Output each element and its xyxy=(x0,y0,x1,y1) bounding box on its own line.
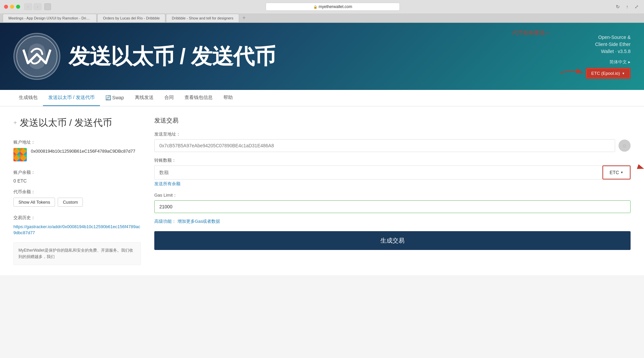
left-panel: + 发送以太币 / 发送代币 账户地址： 0x0008194b10c12590B… xyxy=(13,116,141,265)
close-window-button[interactable] xyxy=(4,5,8,9)
logo-circle xyxy=(13,33,60,80)
account-address-section: 账户地址： 0x0008194b10c12590B61eC156F4789aC9… xyxy=(13,139,141,161)
gas-limit-input[interactable] xyxy=(154,200,631,213)
browser-tabs: Meetings - App Design UX/UI by Ramotion … xyxy=(0,13,644,22)
header-right: Open-Source & Client-Side Ether Wallet ·… xyxy=(586,34,631,79)
address-bar-wrapper: 🔒 myetherwallet.com xyxy=(54,3,612,11)
to-address-input-row: ○ xyxy=(154,139,631,152)
token-balance-label: 代币余额： xyxy=(13,189,141,195)
amount-label: 转账数额： xyxy=(154,157,631,163)
account-balance-value: 0 ETC xyxy=(13,178,141,184)
browser-chrome: ‹ › 🔒 myetherwallet.com ↻ ↑ ⤢ Meetings -… xyxy=(0,0,644,23)
url-text: myetherwallet.com xyxy=(319,4,352,9)
currency-dropdown[interactable]: ETC xyxy=(603,166,630,179)
history-label: 交易历史： xyxy=(13,215,141,221)
custom-token-button[interactable]: Custom xyxy=(58,198,83,207)
account-address-text: 0x0008194b10c12590B61eC156F4789aC9DBc87d… xyxy=(31,148,136,155)
logo-svg xyxy=(14,34,59,79)
ssl-lock-icon: 🔒 xyxy=(313,5,317,9)
language-selector[interactable]: 简体中文 ▸ xyxy=(586,59,631,65)
gas-limit-label: Gas Limit： xyxy=(154,192,631,198)
app-main: + 发送以太币 / 发送代币 账户地址： 0x0008194b10c12590B… xyxy=(0,106,644,275)
reload-icon[interactable]: ↻ xyxy=(614,3,621,10)
to-address-label: 发送至地址： xyxy=(154,131,631,137)
annotation-text: 代币名称要统一 xyxy=(513,30,550,37)
to-address-input[interactable] xyxy=(154,139,615,152)
network-selector-highlight: ETC (Epool.io) xyxy=(586,68,631,79)
maximize-icon[interactable]: ⤢ xyxy=(633,3,640,10)
send-section-title: 发送交易 xyxy=(154,116,631,124)
page-plus-icon: + xyxy=(13,119,17,126)
browser-titlebar: ‹ › 🔒 myetherwallet.com ↻ ↑ ⤢ xyxy=(0,0,644,13)
browser-tab-0[interactable]: Meetings - App Design UX/UI by Ramotion … xyxy=(3,14,97,22)
page-title-area: + 发送以太币 / 发送代币 xyxy=(13,116,141,129)
token-balance-section: 代币余额： Show All Tokens Custom xyxy=(13,189,141,207)
browser-right-icons: ↻ ↑ ⤢ xyxy=(614,3,640,10)
token-buttons: Show All Tokens Custom xyxy=(13,198,141,207)
nav-item-send[interactable]: 发送以太币 / 发送代币 xyxy=(43,90,100,106)
account-address-label: 账户地址： xyxy=(13,139,141,145)
window-controls xyxy=(4,5,20,9)
account-balance-section: 账户余额： 0 ETC xyxy=(13,169,141,184)
nav-item-swap[interactable]: 🔄 Swap xyxy=(100,90,129,106)
avatar-row: 0x0008194b10c12590B61eC156F4789aC9DBc87d… xyxy=(13,148,141,161)
page-title: 发送以太币 / 发送代币 xyxy=(20,116,112,129)
account-avatar xyxy=(13,148,27,161)
browser-nav-buttons: ‹ › xyxy=(24,3,42,10)
nav-item-offline[interactable]: 离线发送 xyxy=(129,90,159,106)
maximize-window-button[interactable] xyxy=(16,5,20,9)
info-text: MyEtherWallet是保护你的隐私和安全的免费、开源服务。我们收到的捐赠越… xyxy=(18,247,136,260)
new-tab-button[interactable]: + xyxy=(240,13,248,22)
info-box: MyEtherWallet是保护你的隐私和安全的免费、开源服务。我们收到的捐赠越… xyxy=(13,242,141,265)
address-valid-indicator: ○ xyxy=(619,140,631,152)
header-logo-area: 发送以太币 / 发送代币 xyxy=(13,33,275,80)
browser-tab-2[interactable]: Dribbble - Show and tell for designers xyxy=(166,14,239,22)
address-bar[interactable]: 🔒 myetherwallet.com xyxy=(266,3,400,11)
gas-limit-group: Gas Limit： xyxy=(154,192,631,213)
currency-arrow-annotation xyxy=(631,155,644,190)
valid-circle-icon: ○ xyxy=(623,142,627,149)
send-all-link[interactable]: 发送所有余额 xyxy=(154,181,180,187)
generate-transaction-button[interactable]: 生成交易 xyxy=(154,231,631,250)
right-panel: 发送交易 发送至地址： ○ 转账数额： ETC xyxy=(154,116,631,265)
advanced-link-text[interactable]: 增加更多Gas或者数据 xyxy=(177,219,220,224)
nav-item-generate[interactable]: 生成钱包 xyxy=(13,90,43,106)
header-title: 发送以太币 / 发送代币 xyxy=(68,42,275,71)
network-arrow-annotation xyxy=(559,68,586,79)
minimize-window-button[interactable] xyxy=(10,5,14,9)
amount-input-container: ETC xyxy=(154,165,631,180)
share-icon[interactable]: ↑ xyxy=(624,3,631,10)
amount-group: 转账数额： ETC xyxy=(154,157,631,187)
back-button[interactable]: ‹ xyxy=(24,3,32,10)
history-link[interactable]: https://gastracker.io/addr/0x0008194b10c… xyxy=(13,224,140,235)
currency-dropdown-highlight: ETC xyxy=(602,165,631,180)
amount-row: ETC xyxy=(154,165,631,180)
nav-item-view-wallet[interactable]: 查看钱包信息 xyxy=(179,90,218,106)
app-header: 发送以太币 / 发送代币 Open-Source & Client-Side E… xyxy=(0,23,644,90)
header-description: Open-Source & Client-Side Ether Wallet ·… xyxy=(586,34,631,55)
advanced-link-area: 高级功能： 增加更多Gas或者数据 xyxy=(154,218,631,224)
nav-item-help[interactable]: 帮助 xyxy=(218,90,238,106)
to-address-group: 发送至地址： ○ xyxy=(154,131,631,152)
show-all-tokens-button[interactable]: Show All Tokens xyxy=(13,198,55,207)
forward-button[interactable]: › xyxy=(34,3,42,10)
account-balance-label: 账户余额： xyxy=(13,169,141,175)
amount-input[interactable] xyxy=(154,165,602,180)
network-selector-button[interactable]: ETC (Epool.io) xyxy=(586,68,630,78)
window-toggle[interactable] xyxy=(44,3,51,10)
transaction-history-section: 交易历史： https://gastracker.io/addr/0x00081… xyxy=(13,215,141,236)
browser-tab-1[interactable]: Orders by Lucas del Río - Dribbble xyxy=(97,14,165,22)
nav-item-contract[interactable]: 合同 xyxy=(159,90,179,106)
app-nav: 生成钱包 发送以太币 / 发送代币 🔄 Swap 离线发送 合同 查看钱包信息 … xyxy=(0,90,644,106)
